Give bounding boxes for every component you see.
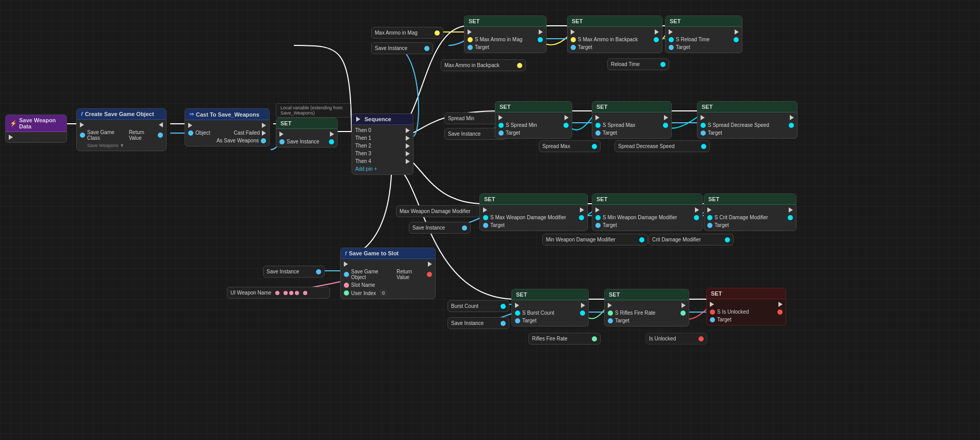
set-min-weapon-damage-node[interactable]: SET S Min Weapon Damage Modifier Target	[592, 193, 703, 231]
cast-failed-pin[interactable]	[262, 131, 266, 136]
reload-time-pin[interactable]	[660, 62, 666, 67]
reload-time-var[interactable]: Reload Time	[607, 58, 669, 70]
spread-max-var[interactable]: Spread Max	[539, 140, 601, 152]
set-spread-min-node[interactable]: SET S Spread Min Target	[495, 101, 572, 139]
set-ammo-exec-out[interactable]	[539, 29, 543, 35]
burst-count-var[interactable]: Burst Count	[447, 300, 509, 312]
save-game-class-pin[interactable]	[80, 133, 85, 138]
set-ammo-exec-in[interactable]	[468, 29, 472, 35]
cast-exec-in[interactable]	[188, 123, 192, 128]
min-weapon-damage-var[interactable]: Min Weapon Damage Modifier	[542, 234, 648, 246]
is-unlocked-var[interactable]: Is Unlocked	[645, 333, 707, 345]
crit-damage-var[interactable]: Crit Damage Modifier	[649, 234, 734, 246]
set-max-weapon-damage-node[interactable]: SET S Max Weapon Damage Modifier Target	[479, 193, 588, 231]
save-instance-var-1[interactable]: Save Instance	[371, 42, 433, 54]
max-ammo-backpack-pin[interactable]	[517, 63, 522, 68]
func-icon-2: f	[345, 250, 347, 256]
set-spread-decrease-node[interactable]: SET S Spread Decrease Speed Target	[697, 101, 798, 139]
cast-exec-out[interactable]	[262, 123, 266, 128]
func-icon: f	[81, 111, 83, 117]
save-instance-var-3[interactable]: Save Instance	[409, 222, 471, 234]
exec-in[interactable]	[80, 122, 84, 127]
set-max-ammo-header: SET	[464, 16, 546, 27]
set-save-instance-node[interactable]: SET Save Instance	[276, 118, 338, 148]
ui-weapon-name-var[interactable]: UI Weapon Name	[227, 287, 330, 299]
event-icon: ⚡	[10, 120, 17, 127]
save-weapon-data-node[interactable]: ⚡ Save Weapon Data	[5, 115, 67, 143]
save-instance-var-4[interactable]: Save Instance	[263, 266, 325, 278]
max-ammo-mag-var[interactable]: Max Ammo in Mag	[371, 27, 443, 39]
local-var-comment: Local variable (extending from Save_Weap…	[276, 103, 351, 118]
max-ammo-mag-pin[interactable]	[435, 30, 440, 36]
create-save-game-header: f Create Save Game Object	[77, 109, 166, 120]
save-instance-var-5[interactable]: Save Instance	[447, 317, 509, 329]
set-max-ammo-backpack-node[interactable]: SET S Max Ammo in Backpack Target	[567, 15, 662, 53]
save-game-to-slot-node[interactable]: f Save Game to Slot Save Game Object Ret…	[340, 248, 436, 299]
cast-header: ⇒ Cast To Save_Weapons	[185, 109, 269, 120]
set-exec-in[interactable]	[279, 132, 284, 137]
cast-to-save-weapons-node[interactable]: ⇒ Cast To Save_Weapons Object Cast Faile…	[185, 108, 270, 146]
as-save-weapons-pin[interactable]	[261, 138, 266, 143]
exec-out[interactable]	[655, 29, 659, 35]
spread-decrease-pin[interactable]	[701, 144, 706, 149]
set-instance-out[interactable]	[329, 139, 334, 144]
save-instance-1-pin[interactable]	[424, 46, 429, 51]
s-max-ammo-out[interactable]	[538, 37, 543, 42]
then0-pin[interactable]	[406, 128, 410, 133]
s-max-ammo-pin[interactable]	[468, 37, 473, 42]
spread-decrease-speed-var[interactable]: Spread Decrease Speed	[614, 140, 710, 152]
set-exec-out[interactable]	[330, 132, 334, 137]
set-burst-count-node[interactable]: SET S Burst Count Target	[511, 289, 589, 327]
set-instance-in[interactable]	[279, 139, 285, 144]
then3-pin[interactable]	[406, 151, 410, 156]
then1-pin[interactable]	[406, 136, 410, 141]
set-crit-damage-node[interactable]: SET S Crit Damage Modifier Target	[704, 193, 796, 231]
set-reload-time-node[interactable]: SET S Reload Time Target	[665, 15, 742, 53]
s-max-backpack-pin[interactable]	[571, 37, 576, 42]
seq-header: Sequence	[352, 114, 413, 125]
spread-max-pin[interactable]	[592, 144, 597, 149]
set-header: SET	[276, 118, 337, 129]
then2-pin[interactable]	[406, 143, 410, 149]
cast-icon: ⇒	[189, 111, 194, 118]
target-pin[interactable]	[468, 45, 473, 50]
save-weapon-data-header: ⚡ Save Weapon Data	[6, 115, 67, 132]
exec-out[interactable]	[159, 122, 163, 127]
then4-pin[interactable]	[406, 159, 410, 164]
return-value-pin[interactable]	[158, 133, 163, 138]
sequence-node[interactable]: Sequence Then 0 Then 1 Then 2 Then 3 The…	[352, 113, 413, 175]
rifles-fire-rate-var[interactable]: Rifles Fire Rate	[528, 333, 601, 345]
set-spread-max-node[interactable]: SET S Spread Max Target	[592, 101, 672, 139]
save-game-slot-header: f Save Game to Slot	[341, 248, 435, 259]
exec-in[interactable]	[571, 29, 575, 35]
set-max-ammo-mag-node[interactable]: SET S Max Ammo in Mag Target	[464, 15, 546, 53]
object-pin[interactable]	[188, 131, 193, 136]
exec-out-pin[interactable]	[9, 135, 13, 140]
max-ammo-backpack-var[interactable]: Max Ammo in Backpack	[441, 59, 526, 71]
set-rifles-fire-rate-node[interactable]: SET S Rifles Fire Rate Target	[604, 289, 689, 327]
set-is-unlocked-node[interactable]: SET S Is Unlocked Target	[706, 288, 786, 325]
create-save-game-node[interactable]: f Create Save Game Object Save Game Clas…	[76, 108, 167, 151]
